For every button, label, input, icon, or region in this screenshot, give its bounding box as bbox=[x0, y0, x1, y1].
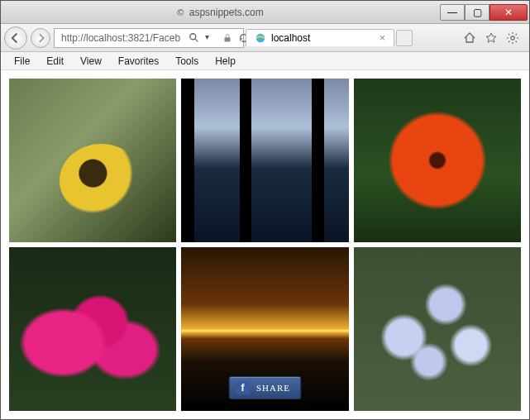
gallery-image-sunset[interactable]: f SHARE bbox=[181, 247, 348, 411]
menu-view[interactable]: View bbox=[72, 54, 110, 69]
copyright-icon: © bbox=[177, 7, 184, 17]
share-button[interactable]: f SHARE bbox=[229, 376, 301, 399]
title-bar-site: aspsnippets.com bbox=[189, 7, 264, 18]
tab-title: localhost bbox=[271, 32, 310, 44]
menu-edit[interactable]: Edit bbox=[38, 54, 72, 69]
title-bar-caption: © aspsnippets.com bbox=[170, 7, 270, 18]
minimize-button[interactable]: — bbox=[440, 4, 465, 21]
browser-tab[interactable]: localhost × bbox=[246, 29, 394, 46]
dropdown-icon[interactable]: ▾ bbox=[205, 32, 217, 44]
maximize-button[interactable]: ▢ bbox=[465, 4, 489, 21]
svg-rect-3 bbox=[225, 37, 231, 41]
navigation-bar: ▾ × localhost × bbox=[1, 24, 529, 52]
gallery-image-celosia[interactable] bbox=[9, 247, 176, 411]
image-grid: f SHARE bbox=[9, 79, 521, 411]
page-content: f SHARE bbox=[1, 70, 529, 419]
gallery-image-columbine[interactable] bbox=[354, 247, 521, 411]
back-button[interactable] bbox=[4, 26, 27, 50]
url-input[interactable] bbox=[61, 32, 185, 44]
menu-favorites[interactable]: Favorites bbox=[110, 54, 167, 69]
gallery-image-lake[interactable] bbox=[181, 79, 348, 242]
gallery-image-gerbera[interactable] bbox=[354, 79, 521, 242]
title-bar: © aspsnippets.com — ▢ ✕ bbox=[1, 1, 529, 24]
new-tab-button[interactable] bbox=[396, 30, 413, 46]
address-bar[interactable]: ▾ × bbox=[54, 28, 244, 48]
browser-window: © aspsnippets.com — ▢ ✕ ▾ bbox=[0, 0, 530, 420]
share-label: SHARE bbox=[256, 383, 290, 393]
menu-help[interactable]: Help bbox=[207, 54, 244, 69]
close-button[interactable]: ✕ bbox=[489, 4, 528, 21]
menu-tools[interactable]: Tools bbox=[167, 54, 207, 69]
ie-icon bbox=[255, 32, 266, 44]
tab-close-button[interactable]: × bbox=[380, 32, 385, 44]
gallery-image-pansy[interactable] bbox=[9, 79, 176, 242]
svg-point-5 bbox=[511, 36, 514, 39]
forward-button[interactable] bbox=[31, 28, 50, 48]
menu-bar: File Edit View Favorites Tools Help bbox=[1, 52, 529, 70]
forward-arrow-icon bbox=[36, 33, 45, 43]
lock-icon[interactable] bbox=[222, 32, 233, 44]
back-arrow-icon bbox=[10, 32, 21, 44]
svg-point-1 bbox=[190, 33, 196, 39]
svg-line-2 bbox=[195, 38, 198, 41]
favorites-star-icon[interactable] bbox=[485, 31, 498, 45]
tools-gear-icon[interactable] bbox=[506, 31, 519, 45]
search-icon[interactable] bbox=[189, 32, 200, 44]
facebook-icon: f bbox=[236, 381, 250, 394]
home-icon[interactable] bbox=[463, 31, 476, 45]
menu-file[interactable]: File bbox=[6, 54, 38, 69]
